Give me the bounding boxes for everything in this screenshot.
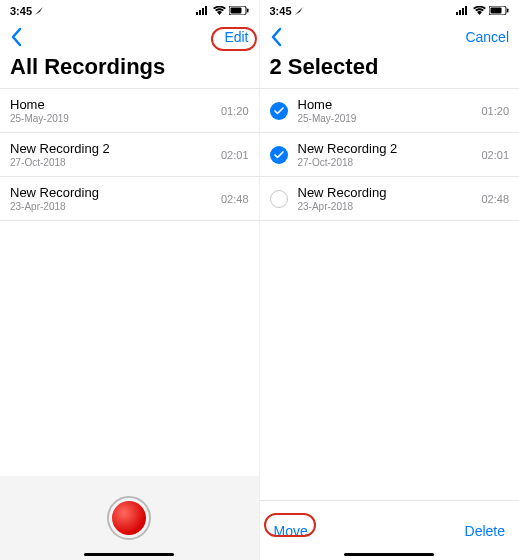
list-item[interactable]: Home 25-May-2019 01:20: [0, 89, 259, 133]
record-button[interactable]: [107, 496, 151, 540]
back-icon[interactable]: [10, 27, 22, 47]
recording-duration: 02:01: [481, 149, 509, 161]
recording-date: 23-Apr-2018: [10, 201, 99, 212]
svg-rect-1: [199, 10, 201, 15]
list-item[interactable]: New Recording 2 27-Oct-2018 02:01: [260, 133, 520, 177]
wifi-icon: [213, 5, 226, 17]
svg-rect-8: [459, 10, 461, 15]
svg-rect-2: [202, 8, 204, 15]
nav-bar: Cancel: [260, 22, 520, 52]
recording-duration: 01:20: [481, 105, 509, 117]
svg-rect-6: [247, 9, 249, 13]
checkbox-unchecked-icon[interactable]: [270, 190, 288, 208]
signal-icon: [456, 5, 470, 17]
location-icon: [35, 5, 43, 17]
status-bar: 3:45: [0, 0, 259, 22]
battery-icon: [229, 5, 249, 17]
wifi-icon: [473, 5, 486, 17]
recordings-list: Home 25-May-2019 01:20 New Recording 2 2…: [0, 88, 259, 221]
cancel-button[interactable]: Cancel: [465, 29, 509, 45]
svg-rect-7: [456, 12, 458, 15]
record-icon: [112, 501, 146, 535]
recording-title: New Recording: [10, 185, 99, 200]
location-icon: [295, 5, 303, 17]
svg-rect-5: [230, 8, 241, 14]
svg-rect-3: [205, 6, 207, 15]
nav-bar: Edit: [0, 22, 259, 52]
svg-rect-0: [196, 12, 198, 15]
status-bar: 3:45: [260, 0, 520, 22]
recording-date: 25-May-2019: [298, 113, 357, 124]
home-indicator[interactable]: [84, 553, 174, 557]
screen-all-recordings: 3:45 Edit All Recordings: [0, 0, 260, 560]
list-item[interactable]: New Recording 23-Apr-2018 02:48: [260, 177, 520, 221]
screen-edit-mode: 3:45 Cancel 2 Selected: [260, 0, 520, 560]
recording-title: New Recording 2: [10, 141, 110, 156]
checkbox-checked-icon[interactable]: [270, 146, 288, 164]
recording-duration: 02:01: [221, 149, 249, 161]
list-item[interactable]: New Recording 23-Apr-2018 02:48: [0, 177, 259, 221]
checkbox-checked-icon[interactable]: [270, 102, 288, 120]
recording-duration: 01:20: [221, 105, 249, 117]
edit-toolbar: Move Delete: [260, 500, 520, 560]
recording-date: 25-May-2019: [10, 113, 69, 124]
recording-title: Home: [10, 97, 69, 112]
page-title: All Recordings: [0, 52, 259, 88]
recordings-list: Home 25-May-2019 01:20 New Recording 2 2…: [260, 88, 520, 221]
recording-duration: 02:48: [221, 193, 249, 205]
svg-rect-9: [462, 8, 464, 15]
home-indicator[interactable]: [344, 553, 434, 557]
svg-rect-13: [507, 9, 509, 13]
delete-button[interactable]: Delete: [465, 523, 505, 539]
signal-icon: [196, 5, 210, 17]
battery-icon: [489, 5, 509, 17]
back-icon[interactable]: [270, 27, 282, 47]
status-time: 3:45: [270, 5, 292, 17]
list-item[interactable]: Home 25-May-2019 01:20: [260, 89, 520, 133]
recording-date: 23-Apr-2018: [298, 201, 387, 212]
list-item[interactable]: New Recording 2 27-Oct-2018 02:01: [0, 133, 259, 177]
record-toolbar: [0, 476, 259, 560]
recording-title: New Recording 2: [298, 141, 398, 156]
recording-duration: 02:48: [481, 193, 509, 205]
page-title: 2 Selected: [260, 52, 520, 88]
move-button[interactable]: Move: [274, 523, 308, 539]
status-time: 3:45: [10, 5, 32, 17]
recording-date: 27-Oct-2018: [10, 157, 110, 168]
recording-title: Home: [298, 97, 357, 112]
recording-title: New Recording: [298, 185, 387, 200]
svg-rect-12: [491, 8, 502, 14]
recording-date: 27-Oct-2018: [298, 157, 398, 168]
svg-rect-10: [465, 6, 467, 15]
edit-button[interactable]: Edit: [224, 29, 248, 45]
